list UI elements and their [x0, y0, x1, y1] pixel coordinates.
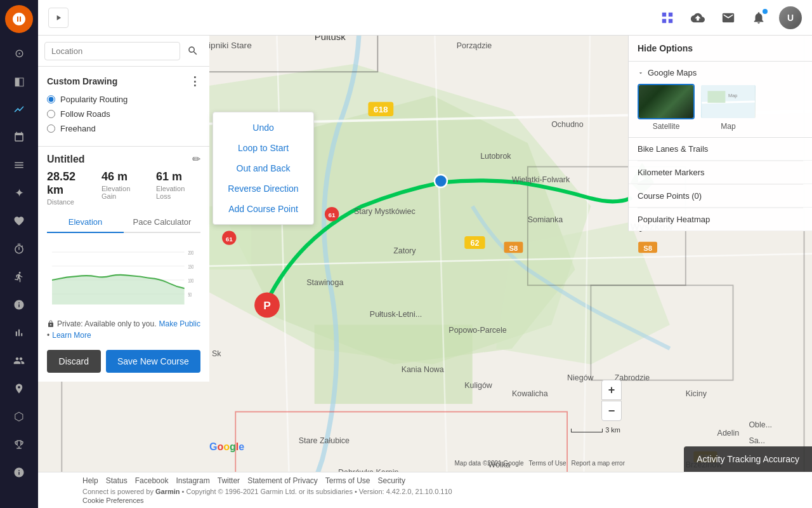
- sidebar-item-timer[interactable]: [6, 236, 32, 262]
- tab-pace-calculator[interactable]: Pace Calculator: [124, 212, 200, 233]
- drawing-panel-menu-icon[interactable]: ⋮: [189, 74, 200, 88]
- sidebar-item-activity[interactable]: [6, 97, 32, 122]
- popularity-routing-option[interactable]: Popularity Routing: [47, 95, 200, 104]
- avatar-image: U: [779, 6, 802, 29]
- copyright-suffix: • Copyright © 1996-2021 Garmin Ltd. or i…: [182, 488, 452, 495]
- popularity-routing-radio[interactable]: [47, 95, 55, 104]
- svg-text:200: 200: [188, 250, 193, 257]
- footer-help[interactable]: Help: [82, 476, 98, 485]
- dropdown-out-and-back[interactable]: Out and Back: [213, 158, 313, 178]
- sidebar-item-trophy[interactable]: [6, 432, 32, 457]
- inbox-icon[interactable]: [718, 8, 738, 28]
- freehand-option[interactable]: Freehand: [47, 124, 200, 133]
- google-g1: G: [209, 441, 217, 452]
- terms-link[interactable]: Terms of Use: [529, 460, 566, 467]
- drawing-panel-title: Custom Drawing: [47, 76, 117, 86]
- footer-privacy[interactable]: Statement of Privacy: [247, 476, 318, 485]
- topbar-right: U: [657, 6, 802, 29]
- sidebar-item-badges[interactable]: ⬡: [6, 404, 32, 429]
- freehand-radio[interactable]: [47, 124, 55, 133]
- svg-text:Stary Mystkówiec: Stary Mystkówiec: [354, 207, 416, 216]
- right-panel: Hide Options Google Maps Satellite: [628, 36, 812, 231]
- dropdown-add-course-point[interactable]: Add Course Point: [213, 199, 313, 219]
- make-public-link[interactable]: Make Public: [159, 319, 200, 328]
- google-o3: e: [239, 441, 244, 452]
- map-option-satellite[interactable]: Satellite: [638, 84, 695, 131]
- notification-dot: [763, 9, 768, 14]
- footer-instagram[interactable]: Instagram: [176, 476, 209, 485]
- footer-security[interactable]: Security: [378, 476, 405, 485]
- sidebar-toggle-button[interactable]: [48, 8, 69, 28]
- footer-terms[interactable]: Terms of Use: [325, 476, 370, 485]
- report-link[interactable]: Report a map error: [572, 460, 625, 467]
- footer: Help Status Facebook Instagram Twitter S…: [38, 472, 812, 508]
- svg-text:Map: Map: [728, 93, 737, 98]
- svg-text:Dąbrówka Karpin: Dąbrówka Karpin: [338, 468, 398, 472]
- sidebar-item-insights[interactable]: [6, 292, 32, 318]
- sidebar-item-dashboard[interactable]: ⊙: [6, 41, 32, 66]
- km-markers-item[interactable]: Kilometer Markers: [629, 161, 812, 184]
- elevation-gain-value: 46 m: [102, 170, 146, 184]
- sidebar-item-charts[interactable]: [6, 320, 32, 345]
- location-search-input[interactable]: [44, 42, 180, 60]
- sidebar-item-layers[interactable]: ◧: [6, 69, 32, 94]
- sidebar-item-health[interactable]: [6, 208, 32, 234]
- avatar[interactable]: U: [779, 6, 802, 29]
- footer-copyright: Connect is powered by Garmin • Copyright…: [82, 488, 768, 495]
- garmin-connect-icon[interactable]: [657, 8, 678, 28]
- sidebar: ⊙ ◧ ✦ ⬡: [0, 0, 38, 508]
- cookie-link[interactable]: Cookie Preferences: [82, 497, 144, 504]
- course-points-item[interactable]: Course Points (0): [629, 185, 812, 208]
- svg-text:100: 100: [188, 277, 193, 284]
- notification-icon[interactable]: [749, 8, 769, 28]
- map-option-map[interactable]: Map Map: [700, 84, 757, 131]
- sidebar-item-training[interactable]: ✦: [6, 180, 32, 206]
- tab-elevation[interactable]: Elevation: [47, 212, 124, 233]
- svg-text:Kiciny: Kiciny: [686, 389, 707, 398]
- google-maps-section: Google Maps Satellite Map: [629, 62, 812, 138]
- popularity-heatmap-item[interactable]: Popularity Heatmap: [629, 208, 812, 231]
- svg-text:Oble...: Oble...: [749, 420, 772, 429]
- map-controls: + −: [601, 380, 622, 421]
- dropdown-undo[interactable]: Undo: [213, 117, 313, 138]
- svg-text:Kuligów: Kuligów: [464, 381, 493, 390]
- dropdown-menu: Undo Loop to Start Out and Back Reverse …: [213, 112, 314, 225]
- bike-lanes-item[interactable]: Bike Lanes & Trails: [629, 138, 812, 161]
- dropdown-loop-to-start[interactable]: Loop to Start: [213, 138, 313, 158]
- activity-tracking-banner[interactable]: Activity Tracking Accuracy: [684, 446, 812, 472]
- footer-facebook[interactable]: Facebook: [135, 476, 169, 485]
- privacy-text: Private: Available only to you.: [57, 319, 157, 328]
- sidebar-item-settings[interactable]: [6, 460, 32, 485]
- left-panel: Custom Drawing ⋮ Popularity Routing Foll…: [38, 36, 209, 382]
- sidebar-item-running[interactable]: [6, 264, 32, 290]
- svg-text:Adelin: Adelin: [717, 429, 740, 438]
- sidebar-item-community[interactable]: [6, 376, 32, 401]
- copyright-text: Connect is powered by: [82, 488, 154, 495]
- sidebar-item-feed[interactable]: [6, 152, 32, 178]
- upload-icon[interactable]: [688, 8, 708, 28]
- sidebar-item-calendar[interactable]: [6, 124, 32, 150]
- learn-more-link[interactable]: Learn More: [52, 331, 91, 340]
- map-container[interactable]: 618 618 62 P: [38, 36, 812, 472]
- sidebar-logo[interactable]: [5, 5, 33, 33]
- footer-status[interactable]: Status: [106, 476, 128, 485]
- footer-twitter[interactable]: Twitter: [218, 476, 240, 485]
- zoom-in-button[interactable]: +: [601, 380, 622, 400]
- course-edit-button[interactable]: ✏: [192, 153, 200, 165]
- discard-button[interactable]: Discard: [47, 350, 101, 373]
- zoom-out-button[interactable]: −: [601, 401, 622, 421]
- save-new-course-button[interactable]: Save New Course: [106, 350, 200, 373]
- search-button[interactable]: [183, 41, 203, 61]
- course-header: Untitled ✏: [47, 153, 200, 165]
- dropdown-reverse-direction[interactable]: Reverse Direction: [213, 178, 313, 199]
- svg-text:61: 61: [226, 236, 233, 243]
- sidebar-item-groups[interactable]: [6, 348, 32, 373]
- action-buttons: Discard Save New Course: [38, 345, 209, 382]
- follow-roads-option[interactable]: Follow Roads: [47, 109, 200, 119]
- hide-options-button[interactable]: Hide Options: [629, 36, 812, 62]
- svg-text:150: 150: [188, 264, 193, 271]
- satellite-label: Satellite: [638, 122, 695, 131]
- svg-text:Lipniki Stare: Lipniki Stare: [204, 41, 251, 50]
- follow-roads-radio[interactable]: [47, 110, 55, 118]
- elevation-loss-label: Elevation Loss: [156, 185, 200, 200]
